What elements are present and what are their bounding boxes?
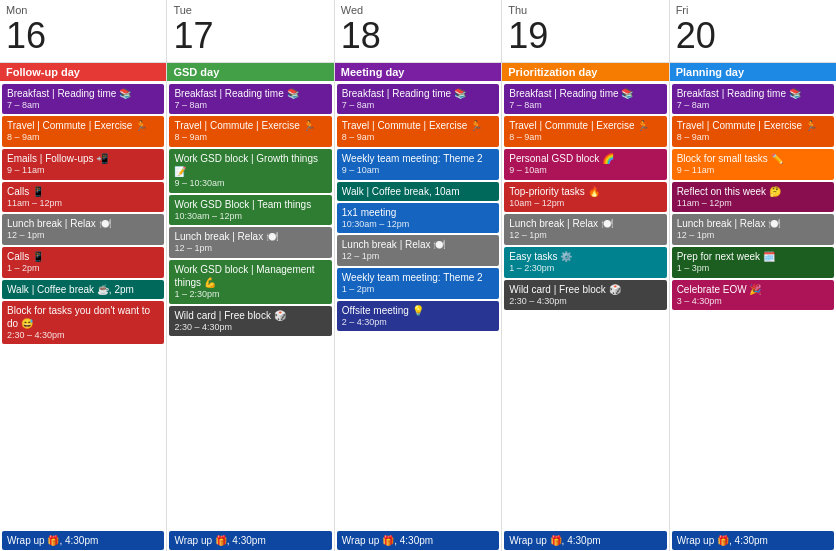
event-title: Calls 📱	[7, 251, 44, 262]
event[interactable]: Lunch break | Relax 🍽️12 – 1pm	[2, 214, 164, 245]
event-title: Prep for next week 🗓️	[677, 251, 775, 262]
event-title: Lunch break | Relax 🍽️	[7, 218, 111, 229]
event-title: Breakfast | Reading time 📚	[7, 88, 131, 99]
event-time: 9 – 10:30am	[174, 178, 326, 190]
day-label: Meeting day	[335, 63, 501, 81]
day-number: 17	[173, 16, 327, 56]
event-title: Calls 📱	[7, 186, 44, 197]
event[interactable]: Celebrate EOW 🎉3 – 4:30pm	[672, 280, 834, 311]
day-number: 16	[6, 16, 160, 56]
event[interactable]: Breakfast | Reading time 📚7 – 8am	[672, 84, 834, 115]
wrap-up-event[interactable]: Wrap up 🎁, 4:30pm	[2, 531, 164, 550]
event[interactable]: Lunch break | Relax 🍽️12 – 1pm	[504, 214, 666, 245]
day-header: Fri20	[670, 0, 836, 63]
event-title: Weekly team meeting: Theme 2	[342, 272, 483, 283]
event-time: 7 – 8am	[342, 100, 494, 112]
event[interactable]: Breakfast | Reading time 📚7 – 8am	[337, 84, 499, 115]
wrap-up-event[interactable]: Wrap up 🎁, 4:30pm	[337, 531, 499, 550]
event[interactable]: Walk | Coffee break, 10am	[337, 182, 499, 201]
event[interactable]: Travel | Commute | Exercise 🏃8 – 9am	[504, 116, 666, 147]
event[interactable]: Lunch break | Relax 🍽️12 – 1pm	[169, 227, 331, 258]
event-time: 12 – 1pm	[7, 230, 159, 242]
event[interactable]: Breakfast | Reading time 📚7 – 8am	[504, 84, 666, 115]
wrap-up-event[interactable]: Wrap up 🎁, 4:30pm	[169, 531, 331, 550]
day-header: Thu19	[502, 0, 668, 63]
event-title: Offsite meeting 💡	[342, 305, 424, 316]
event-title: Walk | Coffee break ☕, 2pm	[7, 284, 134, 295]
event[interactable]: Travel | Commute | Exercise 🏃8 – 9am	[2, 116, 164, 147]
event-title: Work GSD Block | Team things	[174, 199, 311, 210]
day-label: Follow-up day	[0, 63, 166, 81]
day-header: Mon16	[0, 0, 166, 63]
event[interactable]: Work GSD block | Management things 💪1 – …	[169, 260, 331, 304]
day-number: 19	[508, 16, 662, 56]
event[interactable]: Breakfast | Reading time 📚7 – 8am	[2, 84, 164, 115]
event-time: 9 – 10am	[342, 165, 494, 177]
wrap-up-event[interactable]: Wrap up 🎁, 4:30pm	[672, 531, 834, 550]
event-time: 12 – 1pm	[509, 230, 661, 242]
event-title: Lunch break | Relax 🍽️	[174, 231, 278, 242]
event[interactable]: Reflect on this week 🤔11am – 12pm	[672, 182, 834, 213]
day-header: Wed18	[335, 0, 501, 63]
event-time: 8 – 9am	[7, 132, 159, 144]
event[interactable]: Personal GSD block 🌈9 – 10am	[504, 149, 666, 180]
event-title: Easy tasks ⚙️	[509, 251, 572, 262]
event-title: Walk | Coffee break, 10am	[342, 186, 460, 197]
event[interactable]: Weekly team meeting: Theme 21 – 2pm	[337, 268, 499, 299]
day-col-thu: Thu19Prioritization dayBreakfast | Readi…	[502, 0, 669, 551]
event-title: Personal GSD block 🌈	[509, 153, 614, 164]
event[interactable]: Emails | Follow-ups 📲9 – 11am	[2, 149, 164, 180]
event[interactable]: Lunch break | Relax 🍽️12 – 1pm	[337, 235, 499, 266]
day-header: Tue17	[167, 0, 333, 63]
event-time: 12 – 1pm	[342, 251, 494, 263]
event-time: 8 – 9am	[509, 132, 661, 144]
event[interactable]: Block for tasks you don't want to do 😅2:…	[2, 301, 164, 345]
calendar: Mon16Follow-up dayBreakfast | Reading ti…	[0, 0, 836, 551]
event[interactable]: Wild card | Free block 🎲2:30 – 4:30pm	[169, 306, 331, 337]
event[interactable]: Work GSD Block | Team things10:30am – 12…	[169, 195, 331, 226]
event-title: 1x1 meeting	[342, 207, 396, 218]
event[interactable]: Wild card | Free block 🎲2:30 – 4:30pm	[504, 280, 666, 311]
event-time: 7 – 8am	[677, 100, 829, 112]
event[interactable]: Breakfast | Reading time 📚7 – 8am	[169, 84, 331, 115]
event[interactable]: Offsite meeting 💡2 – 4:30pm	[337, 301, 499, 332]
event-title: Block for tasks you don't want to do 😅	[7, 305, 150, 329]
day-number: 20	[676, 16, 830, 56]
event[interactable]: Weekly team meeting: Theme 29 – 10am	[337, 149, 499, 180]
day-col-wed: Wed18Meeting dayBreakfast | Reading time…	[335, 0, 502, 551]
day-col-mon: Mon16Follow-up dayBreakfast | Reading ti…	[0, 0, 167, 551]
event-time: 7 – 8am	[7, 100, 159, 112]
event[interactable]: Calls 📱1 – 2pm	[2, 247, 164, 278]
event[interactable]: Calls 📱11am – 12pm	[2, 182, 164, 213]
event[interactable]: Travel | Commute | Exercise 🏃8 – 9am	[169, 116, 331, 147]
event-time: 8 – 9am	[677, 132, 829, 144]
event[interactable]: Travel | Commute | Exercise 🏃8 – 9am	[672, 116, 834, 147]
event-title: Weekly team meeting: Theme 2	[342, 153, 483, 164]
event-time: 12 – 1pm	[677, 230, 829, 242]
event-time: 1 – 2:30pm	[509, 263, 661, 275]
event-title: Breakfast | Reading time 📚	[342, 88, 466, 99]
event-time: 8 – 9am	[174, 132, 326, 144]
event-title: Top-priority tasks 🔥	[509, 186, 599, 197]
event-title: Block for small tasks ✏️	[677, 153, 783, 164]
event-time: 11am – 12pm	[7, 198, 159, 210]
wrap-up-event[interactable]: Wrap up 🎁, 4:30pm	[504, 531, 666, 550]
event[interactable]: Top-priority tasks 🔥10am – 12pm	[504, 182, 666, 213]
event-time: 7 – 8am	[174, 100, 326, 112]
event[interactable]: 1x1 meeting10:30am – 12pm	[337, 203, 499, 234]
event-time: 7 – 8am	[509, 100, 661, 112]
event[interactable]: Walk | Coffee break ☕, 2pm	[2, 280, 164, 299]
event-time: 1 – 3pm	[677, 263, 829, 275]
event[interactable]: Block for small tasks ✏️9 – 11am	[672, 149, 834, 180]
event[interactable]: Easy tasks ⚙️1 – 2:30pm	[504, 247, 666, 278]
event-title: Lunch break | Relax 🍽️	[509, 218, 613, 229]
event-time: 2:30 – 4:30pm	[7, 330, 159, 342]
event[interactable]: Prep for next week 🗓️1 – 3pm	[672, 247, 834, 278]
event[interactable]: Lunch break | Relax 🍽️12 – 1pm	[672, 214, 834, 245]
event-time: 1 – 2:30pm	[174, 289, 326, 301]
event[interactable]: Work GSD block | Growth things 📝9 – 10:3…	[169, 149, 331, 193]
event[interactable]: Travel | Commute | Exercise 🏃8 – 9am	[337, 116, 499, 147]
event-time: 10:30am – 12pm	[174, 211, 326, 223]
event-title: Travel | Commute | Exercise 🏃	[342, 120, 482, 131]
event-time: 2:30 – 4:30pm	[509, 296, 661, 308]
